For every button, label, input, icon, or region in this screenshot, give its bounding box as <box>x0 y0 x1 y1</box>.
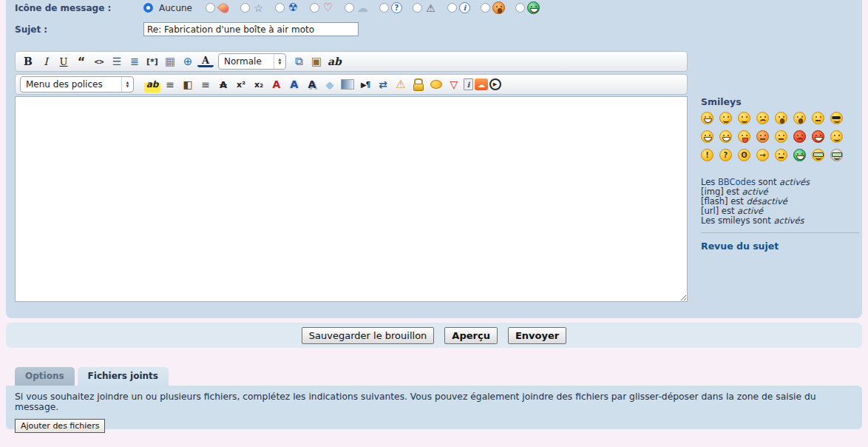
smiley[interactable] <box>830 112 843 124</box>
icon-radio-none[interactable] <box>143 3 153 13</box>
numbered-list-button[interactable]: ≣ <box>126 53 143 70</box>
editor-side-column: Smileys ! ? ʘ → <box>701 96 859 252</box>
bold-button[interactable]: B <box>20 53 36 70</box>
paste-button[interactable]: ▣ <box>308 53 325 70</box>
smiley[interactable] <box>756 112 769 124</box>
format-toolbar-secondary: Menu des polices ab ≡ ◧ ≡ A x² x₂ A A A … <box>15 74 688 95</box>
message-editor: B I U “ <> ☰ ≣ [*] ▦ ⊕ A Normale ⧉ ▣ ab … <box>15 51 688 304</box>
red-colour-button[interactable]: A <box>268 76 285 93</box>
align-image-button[interactable]: ◧ <box>180 76 196 93</box>
bullet-list-button[interactable]: ☰ <box>109 53 125 70</box>
v-mark-button[interactable]: ▽ <box>446 76 462 93</box>
insert-link-button[interactable]: ⊕ <box>180 53 196 70</box>
font-colour-button[interactable]: A <box>197 56 214 67</box>
shadow-button[interactable]: A <box>304 76 320 93</box>
save-draft-button[interactable]: Sauvegarder le brouillon <box>302 327 435 344</box>
format-toolbar-primary: B I U “ <> ☰ ≣ [*] ▦ ⊕ A Normale ⧉ ▣ ab <box>15 51 688 72</box>
text-direction-button[interactable]: ▶¶ <box>357 76 373 93</box>
smiley[interactable]: ʘ <box>738 149 750 161</box>
fire-icon <box>217 1 230 14</box>
copy-button[interactable]: ⧉ <box>291 53 307 70</box>
smiley[interactable] <box>775 112 787 124</box>
soundcloud-button[interactable]: ☁ <box>475 78 488 90</box>
icon-radio-radiation[interactable] <box>275 3 285 13</box>
smiley[interactable] <box>738 130 750 143</box>
smiley[interactable] <box>793 112 806 124</box>
smiley[interactable] <box>756 130 769 143</box>
icon-radio-heart[interactable] <box>310 3 319 13</box>
warning-icon: ⚠ <box>424 1 437 14</box>
strikethrough-button[interactable]: A <box>215 76 231 93</box>
highlight-button[interactable]: ab <box>144 76 160 93</box>
icon-radio-fire[interactable] <box>206 3 215 13</box>
font-size-select[interactable]: Normale <box>218 53 286 70</box>
preview-button[interactable]: Aperçu <box>444 327 498 344</box>
superscript-button[interactable]: x² <box>233 76 249 93</box>
spoiler-bubble-button[interactable] <box>428 76 444 93</box>
smiley[interactable] <box>719 130 732 143</box>
message-icon-label: Icône de message : <box>15 3 143 13</box>
media-play-button[interactable]: ▶ <box>489 78 501 90</box>
hide-lock-button[interactable] <box>410 76 427 93</box>
icon-radio-info[interactable] <box>447 3 457 13</box>
drop-button[interactable]: ◆ <box>322 76 338 93</box>
align-right-button[interactable]: ≡ <box>197 76 214 93</box>
smiley[interactable] <box>830 130 843 143</box>
smiley[interactable] <box>830 149 843 161</box>
icon-none-label: Aucune <box>159 3 192 13</box>
submit-button[interactable]: Envoyer <box>508 327 566 344</box>
tab-options[interactable]: Options <box>15 367 75 386</box>
add-files-button[interactable]: Ajouter des fichiers <box>15 419 105 433</box>
code-button[interactable]: <> <box>91 53 107 70</box>
smiley[interactable] <box>719 112 732 124</box>
list-item-button[interactable]: [*] <box>144 53 160 70</box>
underline-button[interactable]: U <box>55 53 72 70</box>
info-block-button[interactable]: i <box>464 78 473 90</box>
subject-input[interactable] <box>143 22 359 36</box>
smiley[interactable] <box>701 130 713 143</box>
message-body-textarea[interactable] <box>15 96 688 302</box>
smiley[interactable]: ! <box>701 149 713 161</box>
smiley[interactable] <box>738 112 750 124</box>
smileys-title: Smileys <box>701 96 859 107</box>
smiley[interactable] <box>793 149 806 161</box>
smiley[interactable] <box>775 149 787 161</box>
gradient-button[interactable] <box>339 76 356 93</box>
message-icon-row: Icône de message : Aucune ☆ ☢ ♡ ☁ ? ⚠ i <box>15 1 540 14</box>
icon-radio-greengrin[interactable] <box>515 3 525 13</box>
smiley[interactable] <box>812 112 824 124</box>
bbcodes-link[interactable]: BBCodes <box>718 177 756 187</box>
glow-button[interactable]: A <box>286 76 302 93</box>
question-icon: ? <box>391 2 402 13</box>
topic-review-link[interactable]: Revue du sujet <box>701 241 779 252</box>
italic-button[interactable]: I <box>38 53 54 70</box>
info-icon: i <box>459 2 470 13</box>
redface-smiley-icon <box>492 1 505 14</box>
insert-image-button[interactable]: ▦ <box>162 53 178 70</box>
smiley[interactable] <box>793 130 806 143</box>
smiley[interactable] <box>812 149 824 161</box>
icon-radio-cloud[interactable] <box>345 3 354 13</box>
font-family-select[interactable]: Menu des polices <box>20 76 134 93</box>
align-center-button[interactable]: ≡ <box>162 76 178 93</box>
icon-radio-warning[interactable] <box>413 3 422 13</box>
actions-bar: Sauvegarder le brouillon Aperçu Envoyer <box>6 323 862 348</box>
marquee-button[interactable]: ⇄ <box>375 76 391 93</box>
smiley[interactable]: → <box>756 149 769 161</box>
subject-label: Sujet : <box>15 24 143 35</box>
icon-radio-star[interactable] <box>240 3 250 13</box>
warning-block-button[interactable]: ⚠ <box>393 76 409 93</box>
icon-radio-redface[interactable] <box>481 3 490 13</box>
smiley[interactable] <box>812 130 824 143</box>
smileys-grid: ! ? ʘ → <box>701 112 859 167</box>
bottom-tabs: Options Fichiers joints <box>15 367 169 386</box>
subscript-button[interactable]: x₂ <box>251 76 267 93</box>
smiley[interactable] <box>775 130 787 143</box>
direct-input-button[interactable]: ab <box>326 53 343 70</box>
select-arrows-icon <box>121 77 133 92</box>
icon-radio-question[interactable] <box>379 3 389 13</box>
smiley[interactable] <box>701 112 713 124</box>
quote-button[interactable]: “ <box>73 53 89 70</box>
tab-attachments[interactable]: Fichiers joints <box>78 367 169 386</box>
smiley[interactable]: ? <box>719 149 732 161</box>
